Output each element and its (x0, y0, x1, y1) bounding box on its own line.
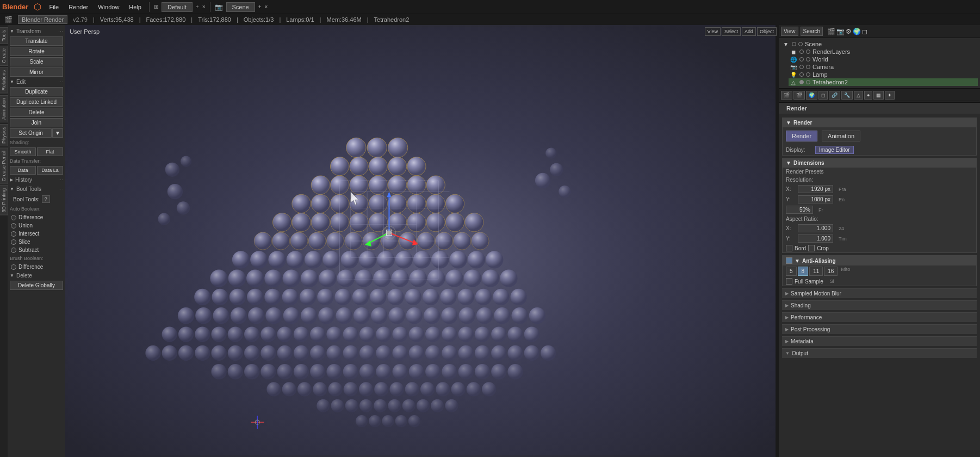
right-icon-camera[interactable]: 📷 (836, 28, 845, 35)
right-search-btn[interactable]: Search (801, 27, 823, 36)
layout-add-btn[interactable]: + (196, 4, 199, 10)
viewport-select-btn[interactable]: Select (722, 27, 741, 36)
vtab-3d-printing[interactable]: 3D Printing (0, 186, 8, 215)
aa-5-btn[interactable]: 5 (786, 267, 797, 276)
transform-section-header[interactable]: ▼ Transform ⋯ (10, 27, 63, 35)
right-icon-render[interactable]: 🎬 (827, 28, 835, 35)
set-origin-button[interactable]: Set Origin (10, 128, 52, 138)
vtab-relations[interactable]: Relations (0, 67, 8, 94)
props-tab-modifier[interactable]: 🔧 (841, 91, 853, 100)
subtract-radio[interactable]: Subtract (10, 246, 63, 254)
right-icon-obj[interactable]: ◻ (862, 28, 867, 35)
render-menu[interactable]: Render (65, 3, 91, 11)
scene-tree-camera[interactable]: 📷 Camera (789, 63, 978, 71)
delete-section-header[interactable]: ▼ Delete (10, 271, 63, 280)
props-tab-material[interactable]: ● (864, 91, 872, 100)
aa-checkbox[interactable] (786, 257, 792, 264)
props-tab-scene[interactable]: 🎬 (793, 91, 805, 100)
vtab-create[interactable]: Create (0, 46, 8, 66)
performance-collapsible[interactable]: ▶ Performance (782, 312, 977, 322)
sampled-motion-blur-row[interactable]: ▶ Sampled Motion Blur (782, 288, 977, 298)
vtab-animation[interactable]: Animation (0, 95, 8, 122)
difference-radio[interactable]: Difference (10, 214, 63, 221)
scene-tree-scene[interactable]: ▼ Scene (781, 40, 978, 48)
render-section-header[interactable]: ▼ Render (783, 118, 976, 127)
x-value[interactable]: 1920 px (798, 185, 833, 193)
scene-tree-lamp[interactable]: 💡 Lamp (789, 71, 978, 78)
vtab-tools[interactable]: Tools (0, 27, 8, 44)
props-tab-texture[interactable]: ▦ (873, 91, 884, 100)
aa-16-btn[interactable]: 16 (824, 267, 838, 276)
set-origin-dropdown[interactable]: ▼ (52, 128, 63, 138)
render-button[interactable]: Render (786, 131, 817, 141)
props-tab-world[interactable]: 🌍 (806, 91, 817, 100)
smooth-button[interactable]: Smooth (10, 147, 36, 156)
window-menu[interactable]: Window (95, 3, 122, 11)
bool-tools-section-header[interactable]: ▼ Bool Tools ⋯ (10, 185, 63, 193)
union-radio[interactable]: Union (10, 222, 63, 229)
rotate-button[interactable]: Rotate (10, 47, 63, 56)
help-menu[interactable]: Help (126, 3, 145, 11)
viewport-3d[interactable]: User Persp View Select Add Object (65, 25, 779, 457)
difference2-radio[interactable]: Difference (10, 263, 63, 270)
engine-selector[interactable]: Blender Render (18, 15, 67, 24)
viewport-view-btn[interactable]: View (705, 27, 721, 36)
metadata-collapsible[interactable]: ▶ Metadata (782, 336, 977, 346)
file-menu[interactable]: File (46, 3, 62, 11)
aa-11-btn[interactable]: 11 (809, 267, 823, 276)
image-editor-value[interactable]: Image Editor (815, 146, 854, 154)
post-processing-collapsible[interactable]: ▶ Post Processing (782, 324, 977, 334)
duplicate-button[interactable]: Duplicate (10, 87, 63, 96)
svg-point-284 (382, 415, 394, 427)
pct-value[interactable]: 50% (786, 206, 813, 214)
slice-radio[interactable]: Slice (10, 238, 63, 245)
scene-tree-world[interactable]: 🌐 World (789, 55, 978, 63)
output-collapsible[interactable]: ▼ Output (782, 348, 977, 358)
props-tab-data[interactable]: △ (854, 91, 863, 100)
flat-button[interactable]: Flat (37, 147, 63, 156)
layout-selector[interactable]: Default (162, 2, 193, 12)
scene-tree-tetrahedron[interactable]: △ Tetrahedron2 (789, 78, 978, 86)
bord-checkbox[interactable] (786, 245, 792, 251)
props-tab-constraint[interactable]: 🔗 (829, 91, 840, 100)
duplicate-linked-button[interactable]: Duplicate Linked (10, 97, 63, 107)
right-view-btn[interactable]: View (781, 27, 798, 36)
animation-button[interactable]: Animation (822, 131, 860, 141)
data-la-button[interactable]: Data La (37, 166, 63, 175)
shading-collapsible[interactable]: ▶ Shading (782, 300, 977, 310)
scale-button[interactable]: Scale (10, 57, 63, 66)
join-button[interactable]: Join (10, 118, 63, 127)
data-button[interactable]: Data (10, 166, 36, 175)
viewport-add-btn[interactable]: Add (742, 27, 756, 36)
edit-section-header[interactable]: ▼ Edit ⋯ (10, 78, 63, 86)
intersect-radio[interactable]: Intersect (10, 230, 63, 237)
viewport-right-handle[interactable] (776, 25, 779, 457)
props-tab-particle[interactable]: ✦ (885, 91, 895, 100)
right-icon-settings[interactable]: ⚙ (846, 28, 852, 35)
translate-button[interactable]: Translate (10, 36, 63, 46)
props-tab-object[interactable]: ◻ (818, 91, 828, 100)
crop-checkbox[interactable] (808, 245, 815, 251)
delete-button[interactable]: Delete (10, 108, 63, 117)
viewport-object-btn[interactable]: Object (757, 27, 777, 36)
delete-globally-button[interactable]: Delete Globally (10, 281, 63, 290)
scene-selector[interactable]: Scene (226, 2, 255, 12)
aa-8-btn[interactable]: 8 (798, 267, 809, 276)
mirror-button[interactable]: Mirror (10, 67, 63, 77)
anti-aliasing-header[interactable]: ▼ Anti-Aliasing (783, 256, 976, 265)
full-sample-checkbox[interactable] (786, 278, 792, 285)
scene-close-btn[interactable]: × (265, 4, 268, 10)
vtab-grease-pencil[interactable]: Grease Pencil (0, 148, 8, 184)
scene-tree-renderlayers[interactable]: ◼ RenderLayers (789, 48, 978, 55)
props-tab-render[interactable]: 🎬 (781, 91, 792, 100)
bool-tools-help-btn[interactable]: ? (42, 195, 50, 203)
scene-add-btn[interactable]: + (258, 4, 262, 10)
ay-value[interactable]: 1.000 (798, 234, 833, 243)
right-icon-world[interactable]: 🌍 (853, 28, 861, 35)
dimensions-section-header[interactable]: ▼ Dimensions (783, 158, 976, 168)
layout-close-btn[interactable]: × (202, 4, 206, 10)
vtab-physics[interactable]: Physics (0, 124, 8, 146)
ax-value[interactable]: 1.000 (798, 224, 833, 232)
y-value[interactable]: 1080 px (798, 195, 833, 203)
history-section-header[interactable]: ▶ History ⋯ (10, 176, 63, 184)
